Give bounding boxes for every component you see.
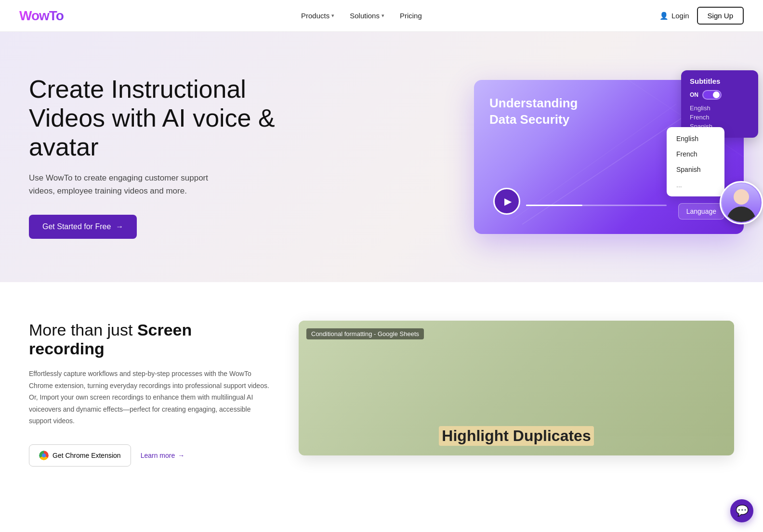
chevron-down-icon: ▾ (382, 13, 384, 19)
subtitle-lang-french: French (690, 113, 750, 122)
subtitle-toggle[interactable]: ON (690, 90, 750, 100)
logo-text: WowTo (19, 8, 64, 24)
user-icon: 👤 (659, 12, 669, 20)
chrome-icon (39, 451, 49, 460)
hero-left: Create Instructional Videos with AI voic… (29, 75, 279, 239)
hero-card: UnderstandingData Security ▶ Subtitles O… (474, 80, 744, 234)
hero-section: Create Instructional Videos with AI voic… (0, 32, 763, 282)
nav-pricing[interactable]: Pricing (400, 12, 422, 20)
nav-solutions[interactable]: Solutions ▾ (350, 12, 384, 20)
video-preview: Conditional formatting - Google Sheets H… (299, 321, 734, 455)
signup-button[interactable]: Sign Up (697, 7, 744, 25)
section2-heading: More than just Screen recording (29, 321, 270, 358)
lang-option-spanish[interactable]: Spanish (667, 162, 724, 177)
learn-more-link[interactable]: Learn more → (141, 452, 185, 459)
nav-right: 👤 Login Sign Up (659, 7, 744, 25)
nav-products[interactable]: Products ▾ (301, 12, 334, 20)
hero-title: Create Instructional Videos with AI voic… (29, 75, 279, 161)
highlight-text: Highlight Duplicates (439, 426, 593, 446)
chrome-icon-inner (39, 451, 49, 460)
toggle-pill (702, 90, 722, 100)
avatar-silhouette (722, 183, 761, 222)
lang-option-english[interactable]: English (667, 131, 724, 146)
language-button[interactable]: Language (678, 203, 724, 220)
lang-more: ... (667, 177, 724, 193)
play-button[interactable]: ▶ (493, 188, 520, 215)
avatar-head (734, 189, 749, 205)
logo[interactable]: WowTo (19, 8, 64, 24)
section2-left: More than just Screen recording Effortle… (29, 321, 270, 467)
section2-actions: Get Chrome Extension Learn more → (29, 444, 270, 467)
nav-links: Products ▾ Solutions ▾ Pricing (301, 12, 422, 20)
get-started-button[interactable]: Get Started for Free → (29, 215, 137, 239)
section2-right: Conditional formatting - Google Sheets H… (299, 321, 734, 455)
subtitle-lang-english: English (690, 104, 750, 113)
language-dropdown: English French Spanish ... (667, 127, 724, 196)
arrow-right-icon: → (116, 222, 123, 231)
language-dropdown-wrapper: English French Spanish ... Language (678, 203, 724, 220)
login-button[interactable]: 👤 Login (659, 12, 689, 20)
video-label: Conditional formatting - Google Sheets (306, 328, 424, 339)
lang-option-french[interactable]: French (667, 146, 724, 162)
avatar (720, 181, 763, 224)
section2-inner: More than just Screen recording Effortle… (29, 321, 734, 467)
video-title: Highlight Duplicates (299, 426, 734, 446)
avatar-body (727, 207, 756, 222)
section2: More than just Screen recording Effortle… (0, 282, 763, 495)
chrome-extension-button[interactable]: Get Chrome Extension (29, 444, 131, 467)
chevron-down-icon: ▾ (331, 13, 334, 19)
hero-subtitle: Use WowTo to create engaging customer su… (29, 171, 231, 197)
section2-body: Effortlessly capture workflows and step-… (29, 368, 270, 427)
arrow-right-icon: → (178, 452, 184, 459)
hero-right: UnderstandingData Security ▶ Subtitles O… (299, 80, 744, 234)
chrome-icon-center (42, 454, 46, 457)
play-icon: ▶ (504, 195, 512, 207)
progress-bar (526, 205, 667, 206)
navbar: WowTo Products ▾ Solutions ▾ Pricing 👤 L… (0, 0, 763, 32)
